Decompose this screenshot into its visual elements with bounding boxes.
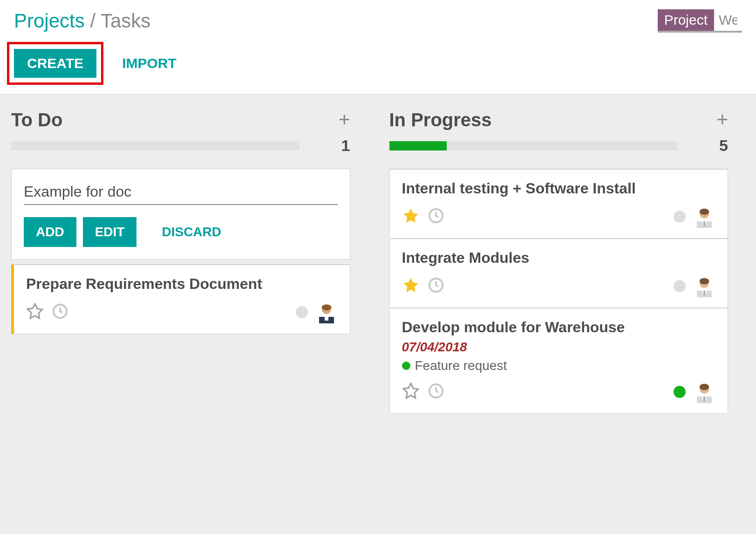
task-card[interactable]: Internal testing + Software Install [389,169,729,239]
top-bar: Projects / Tasks Project [0,0,756,37]
add-button[interactable]: ADD [24,217,76,247]
task-card[interactable]: Integrate Modules [389,239,729,308]
add-card-icon[interactable]: + [716,109,728,131]
search-input[interactable] [714,9,742,33]
create-button[interactable]: CREATE [14,49,96,78]
task-card[interactable]: Develop module for Warehouse 07/04/2018 … [389,308,729,414]
task-title: Internal testing + Software Install [402,180,716,201]
task-date: 07/04/2018 [402,340,716,358]
quick-create-input[interactable] [24,181,338,205]
create-highlight: CREATE [7,42,103,85]
search-filter: Project [658,9,742,33]
task-card[interactable]: Prepare Requirements Document [11,264,350,334]
svg-rect-22 [703,397,705,401]
star-icon[interactable] [402,276,420,296]
column-progress-bar [11,141,300,151]
avatar[interactable] [693,275,715,297]
quick-create-card: ADD EDIT DISCARD [11,169,350,260]
breadcrumb-separator: / [90,10,95,32]
column-progress-bar [389,141,678,151]
status-indicator[interactable] [674,280,686,292]
task-title: Integrate Modules [402,249,716,270]
svg-rect-16 [703,291,705,295]
avatar[interactable] [693,381,715,403]
import-button[interactable]: IMPORT [109,49,190,78]
action-bar: CREATE IMPORT [0,37,756,94]
kanban-column-todo: To Do + 1 ADD EDIT DISCARD Prepare Requi… [0,95,378,534]
tag-dot-icon [402,362,410,370]
kanban-column-in-progress: In Progress + 5 Internal testing + Softw… [378,95,756,534]
clock-icon[interactable] [427,207,445,226]
clock-icon[interactable] [427,276,445,296]
avatar[interactable] [693,205,715,228]
tag-label: Feature request [415,358,507,373]
svg-rect-4 [325,316,328,321]
breadcrumb-current: Tasks [101,10,150,32]
status-indicator[interactable] [674,386,686,398]
star-icon[interactable] [402,207,420,226]
breadcrumb-link-projects[interactable]: Projects [14,10,85,32]
kanban-board: To Do + 1 ADD EDIT DISCARD Prepare Requi… [0,94,756,534]
breadcrumb: Projects / Tasks [14,10,150,32]
task-tag: Feature request [402,358,716,376]
svg-rect-10 [703,221,705,226]
status-indicator[interactable] [296,306,308,318]
status-indicator[interactable] [674,211,686,223]
star-icon[interactable] [402,382,420,402]
column-count: 5 [719,137,728,155]
avatar[interactable] [315,301,338,323]
task-title: Develop module for Warehouse [402,319,716,340]
column-count: 1 [341,137,350,155]
discard-button[interactable]: DISCARD [152,217,231,247]
clock-icon[interactable] [427,382,445,402]
star-icon[interactable] [26,302,44,322]
filter-tag-project[interactable]: Project [658,9,714,33]
edit-button[interactable]: EDIT [83,217,137,247]
column-title[interactable]: In Progress [389,110,492,130]
task-title: Prepare Requirements Document [26,275,338,296]
column-title[interactable]: To Do [11,110,62,130]
add-card-icon[interactable]: + [339,109,350,131]
clock-icon[interactable] [51,302,69,322]
column-progress-fill [389,141,447,151]
